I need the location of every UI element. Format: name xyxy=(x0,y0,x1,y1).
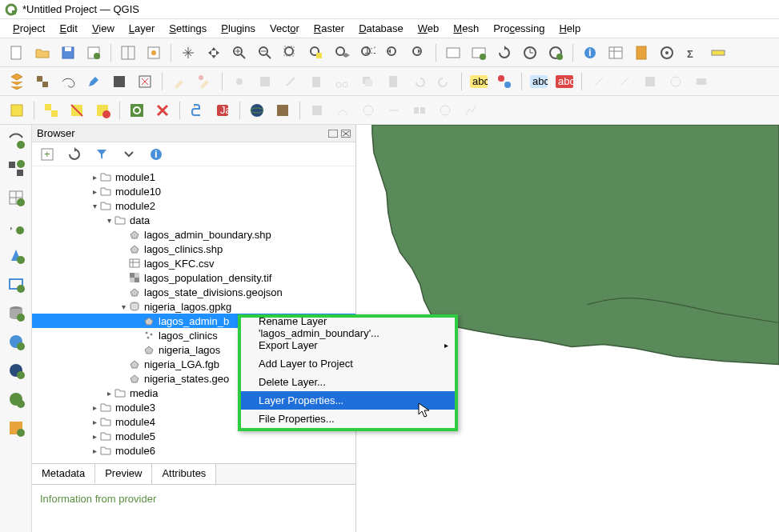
save-edits-icon[interactable] xyxy=(195,71,215,92)
osm-place-search-icon[interactable] xyxy=(126,100,147,121)
tree-caret-icon[interactable]: ▸ xyxy=(90,418,99,426)
pan-icon[interactable] xyxy=(178,42,199,63)
raster-layer-icon[interactable] xyxy=(32,71,53,92)
properties-widget-icon[interactable]: i xyxy=(146,144,167,165)
invert-selection-icon[interactable] xyxy=(92,100,113,121)
label-abc-icon[interactable]: abc xyxy=(468,71,489,92)
add-wcs-icon[interactable] xyxy=(6,389,26,410)
statistics-icon[interactable]: Σ xyxy=(682,42,703,63)
add-raster-layer-icon[interactable] xyxy=(6,158,26,179)
collapse-all-icon[interactable] xyxy=(118,144,139,165)
add-wfs-icon[interactable] xyxy=(6,418,26,438)
tree-caret-icon[interactable]: ▸ xyxy=(90,173,99,182)
style-manager-icon[interactable] xyxy=(143,42,164,63)
menu-project[interactable]: Project xyxy=(6,21,51,36)
menu-vector[interactable]: Vector xyxy=(263,21,306,36)
temporal-nav-icon[interactable] xyxy=(545,42,566,63)
tree-item[interactable]: lagos_population_density.tif xyxy=(32,270,355,285)
menu-raster[interactable]: Raster xyxy=(307,21,351,36)
select-all-icon[interactable] xyxy=(41,100,62,121)
add-xyz-icon[interactable] xyxy=(6,360,26,381)
attribute-table-icon[interactable] xyxy=(605,42,626,63)
zoom-layer-icon[interactable] xyxy=(331,42,352,63)
temporal-controller-icon[interactable] xyxy=(520,42,540,63)
select-features-icon[interactable] xyxy=(6,100,27,121)
field-calculator-icon[interactable] xyxy=(631,42,652,63)
add-delimited-text-icon[interactable]: , xyxy=(6,216,26,237)
context-menu-item[interactable]: Rename Layer 'lagos_admin_boundary'... xyxy=(241,318,455,336)
new-3d-view-icon[interactable] xyxy=(468,42,489,63)
save-project-icon[interactable] xyxy=(58,42,78,63)
menu-plugins[interactable]: Plugins xyxy=(215,21,262,36)
new-project-icon[interactable] xyxy=(6,42,27,63)
tree-caret-icon[interactable]: ▾ xyxy=(104,216,114,225)
tree-item[interactable]: lagos_KFC.csv xyxy=(32,256,355,270)
tree-caret-icon[interactable]: ▸ xyxy=(90,432,99,441)
menu-web[interactable]: Web xyxy=(412,21,446,36)
quickmapservices-icon[interactable] xyxy=(152,100,173,121)
tab-preview[interactable]: Preview xyxy=(95,464,152,484)
tree-caret-icon[interactable]: ▾ xyxy=(118,302,128,311)
menu-edit[interactable]: Edit xyxy=(53,21,83,36)
identify-icon[interactable]: i xyxy=(580,42,600,63)
plugin-icon[interactable]: Ja xyxy=(212,100,233,121)
tree-caret-icon[interactable]: ▸ xyxy=(90,187,99,196)
gps-tools-icon[interactable] xyxy=(109,71,130,92)
processing-toolbox-icon[interactable] xyxy=(657,42,677,63)
context-menu-item[interactable]: Add Layer to Project xyxy=(241,354,455,373)
menu-database[interactable]: Database xyxy=(352,21,410,36)
python-console-icon[interactable] xyxy=(187,100,207,121)
add-wms-icon[interactable] xyxy=(6,331,26,352)
new-map-view-icon[interactable] xyxy=(443,42,464,63)
label-abc2-icon[interactable]: abc xyxy=(528,71,549,92)
zoom-in-icon[interactable] xyxy=(229,42,250,63)
layout-manager-icon[interactable] xyxy=(118,42,139,63)
add-virtual-layer-icon[interactable] xyxy=(6,274,26,294)
label-abc3-icon[interactable]: abc xyxy=(554,71,575,92)
toggle-editing-icon[interactable] xyxy=(169,71,190,92)
tree-item[interactable]: lagos_admin_boundary.shp xyxy=(32,227,355,242)
edit-pencils-icon[interactable] xyxy=(83,71,104,92)
refresh-icon[interactable] xyxy=(494,42,515,63)
mesh-layer-icon[interactable] xyxy=(58,71,78,92)
tree-item[interactable]: lagos_clinics.shp xyxy=(32,242,355,256)
new-print-layout-icon[interactable] xyxy=(83,42,104,63)
open-project-icon[interactable] xyxy=(32,42,53,63)
context-menu-item[interactable]: Delete Layer... xyxy=(241,373,455,391)
menu-view[interactable]: View xyxy=(86,21,121,36)
tree-caret-icon[interactable]: ▸ xyxy=(104,389,114,398)
zoom-native-icon[interactable]: 1:1 xyxy=(357,42,378,63)
context-menu-item[interactable]: Export Layer▸ xyxy=(241,336,455,354)
tree-item[interactable]: ▾nigeria_lagos.gpkg xyxy=(32,299,355,314)
tree-caret-icon[interactable]: ▸ xyxy=(90,446,99,455)
zoom-full-icon[interactable] xyxy=(280,42,301,63)
metasearch-icon[interactable] xyxy=(247,100,267,121)
label-settings-icon[interactable] xyxy=(494,71,515,92)
tree-caret-icon[interactable]: ▸ xyxy=(90,403,99,412)
georeferencer-icon[interactable] xyxy=(135,71,155,92)
tree-item[interactable]: ▾module2 xyxy=(32,198,355,213)
qgis2web-icon[interactable] xyxy=(272,100,293,121)
zoom-last-icon[interactable] xyxy=(383,42,404,63)
deselect-icon[interactable] xyxy=(66,100,87,121)
panel-close-icon[interactable] xyxy=(341,130,351,138)
refresh-browser-icon[interactable] xyxy=(64,144,85,165)
menu-settings[interactable]: Settings xyxy=(163,21,213,36)
tab-metadata[interactable]: Metadata xyxy=(32,464,95,484)
context-menu-item[interactable]: File Properties... xyxy=(241,410,455,428)
add-layer-icon[interactable]: + xyxy=(37,144,58,165)
tree-item[interactable]: ▸module10 xyxy=(32,184,355,198)
zoom-selection-icon[interactable] xyxy=(306,42,327,63)
tree-item[interactable]: ▸module1 xyxy=(32,170,355,184)
pan-to-selection-icon[interactable] xyxy=(203,42,224,63)
add-mesh-layer-icon[interactable] xyxy=(6,187,26,208)
measure-icon[interactable] xyxy=(708,42,729,63)
menu-mesh[interactable]: Mesh xyxy=(447,21,485,36)
zoom-out-icon[interactable] xyxy=(255,42,275,63)
tree-item[interactable]: lagos_state_divisions.geojson xyxy=(32,285,355,299)
vector-layer-icon[interactable] xyxy=(6,71,27,92)
context-menu-item[interactable]: Layer Properties... xyxy=(241,391,455,410)
tree-item[interactable]: ▾data xyxy=(32,213,355,227)
tree-item[interactable]: ▸module6 xyxy=(32,443,355,458)
add-spatialite-icon[interactable] xyxy=(6,245,26,266)
